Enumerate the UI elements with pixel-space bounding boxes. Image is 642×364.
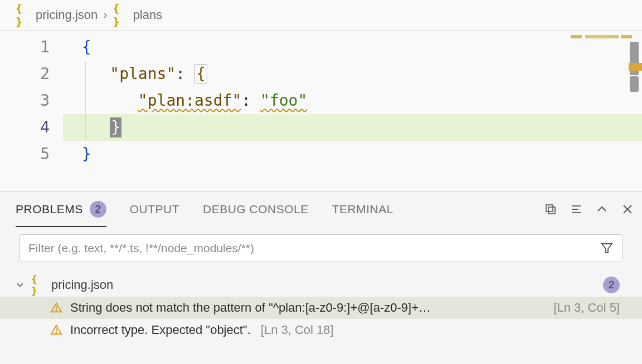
- problem-message: String does not match the pattern of "^p…: [70, 301, 431, 315]
- problems-file-name: pricing.json: [51, 278, 113, 292]
- panel-actions: [544, 203, 634, 216]
- problem-location: [Ln 3, Col 18]: [261, 323, 334, 337]
- line-number: 2: [0, 61, 63, 87]
- code-line[interactable]: "plans": {: [63, 61, 642, 87]
- breadcrumb: { } pricing.json › { } plans: [0, 0, 642, 31]
- warning-icon: [50, 324, 62, 336]
- line-number: 4: [0, 114, 63, 141]
- svg-rect-1: [548, 207, 555, 214]
- breadcrumb-segment[interactable]: plans: [133, 8, 163, 22]
- problem-location: [Ln 3, Col 5]: [553, 301, 620, 315]
- code-line[interactable]: }: [63, 141, 642, 168]
- svg-rect-0: [546, 205, 553, 211]
- problems-file-group[interactable]: { } pricing.json 2: [0, 272, 642, 297]
- tab-label: TERMINAL: [332, 203, 393, 216]
- json-key: "plan:asdf": [138, 91, 241, 110]
- tab-terminal[interactable]: TERMINAL: [332, 192, 393, 227]
- code-area[interactable]: { "plans": { "plan:asdf": "foo" } }: [63, 31, 642, 191]
- bottom-panel: PROBLEMS 2 OUTPUT DEBUG CONSOLE TERMINAL: [0, 191, 642, 364]
- json-icon: { }: [113, 8, 128, 22]
- cursor: }: [110, 117, 121, 137]
- json-key: "plans": [110, 65, 176, 83]
- json-icon: { }: [16, 8, 30, 22]
- filter-row: [0, 227, 642, 267]
- chevron-down-icon[interactable]: [14, 279, 26, 291]
- brace-open: {: [82, 38, 91, 56]
- json-icon: { }: [31, 278, 46, 292]
- tab-label: DEBUG CONSOLE: [203, 203, 309, 216]
- filter-icon[interactable]: [600, 242, 614, 255]
- filter-box[interactable]: [19, 234, 623, 262]
- tab-problems[interactable]: PROBLEMS 2: [16, 193, 106, 227]
- problems-count-badge: 2: [90, 201, 106, 218]
- json-string: "foo": [260, 91, 307, 110]
- chevron-up-icon[interactable]: [595, 203, 609, 216]
- line-number: 1: [0, 34, 63, 61]
- line-number: 3: [0, 87, 63, 114]
- view-as-tree-icon[interactable]: [570, 203, 583, 216]
- code-line[interactable]: {: [63, 34, 642, 61]
- brace-open: {: [194, 64, 207, 83]
- filter-input[interactable]: [28, 242, 594, 255]
- panel-tabs: PROBLEMS 2 OUTPUT DEBUG CONSOLE TERMINAL: [0, 192, 642, 227]
- code-editor[interactable]: 1 2 3 4 5 { "plans": { "plan:asdf": "foo…: [0, 31, 642, 191]
- warning-icon: [50, 302, 62, 314]
- breadcrumb-file[interactable]: pricing.json: [36, 8, 98, 22]
- close-icon[interactable]: [621, 203, 634, 216]
- punct: :: [241, 91, 260, 110]
- problem-item[interactable]: Incorrect type. Expected "object". [Ln 3…: [0, 319, 642, 341]
- svg-point-10: [56, 310, 56, 311]
- code-line[interactable]: "plan:asdf": "foo": [63, 87, 642, 114]
- chevron-right-icon: ›: [103, 8, 107, 22]
- collapse-all-icon[interactable]: [544, 203, 557, 216]
- line-number-gutter: 1 2 3 4 5: [0, 31, 63, 191]
- brace-close: }: [82, 145, 91, 163]
- tab-label: OUTPUT: [130, 203, 179, 216]
- line-number: 5: [0, 141, 63, 168]
- tab-output[interactable]: OUTPUT: [130, 192, 179, 227]
- svg-marker-7: [602, 244, 612, 253]
- problems-list: { } pricing.json 2 String does not match…: [0, 267, 642, 364]
- problem-item[interactable]: String does not match the pattern of "^p…: [0, 297, 642, 319]
- file-problem-count-badge: 2: [603, 277, 620, 293]
- tab-debug-console[interactable]: DEBUG CONSOLE: [203, 192, 309, 227]
- svg-point-13: [56, 332, 56, 333]
- problem-message: Incorrect type. Expected "object".: [70, 323, 251, 337]
- tab-label: PROBLEMS: [16, 203, 83, 216]
- code-line-current[interactable]: }: [63, 114, 642, 141]
- punct: :: [176, 65, 194, 83]
